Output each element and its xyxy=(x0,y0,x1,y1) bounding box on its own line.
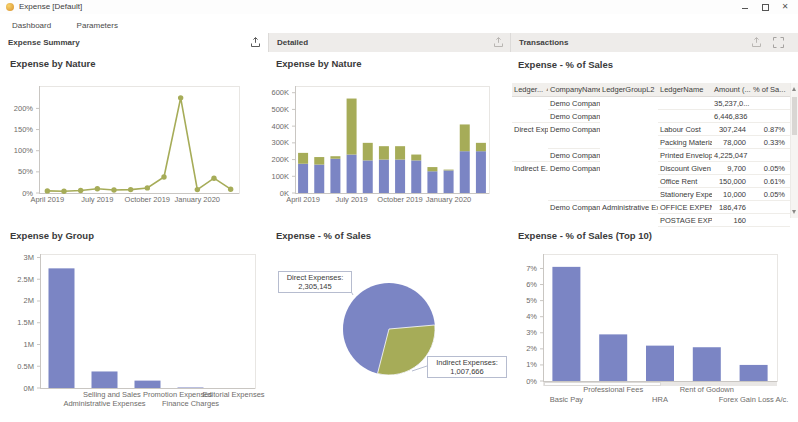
table-row[interactable]: Direct Exp...Demo Compan...Labour Cost30… xyxy=(512,123,790,136)
data-point-4[interactable] xyxy=(111,187,116,192)
data-point-2[interactable] xyxy=(78,188,83,193)
stacked-bar-segment[interactable] xyxy=(460,124,470,151)
y-tick-label: 3M xyxy=(24,253,34,262)
table-row[interactable]: Demo Compan...Administrative Ex...OFFICE… xyxy=(512,201,790,214)
table-cell: Administrative Ex... xyxy=(600,201,658,214)
callout-label: Direct Expenses: xyxy=(282,273,348,282)
stacked-bar-segment[interactable] xyxy=(444,170,454,171)
stacked-bar-segment[interactable] xyxy=(476,143,486,151)
x-category-label: HRA xyxy=(652,395,668,404)
data-point-0[interactable] xyxy=(45,188,50,193)
data-point-1[interactable] xyxy=(61,189,66,194)
stacked-bar-segment[interactable] xyxy=(395,146,405,159)
stacked-bar-segment[interactable] xyxy=(395,160,405,193)
y-tick-label: 5% xyxy=(526,296,537,305)
column-header[interactable]: Ledger...▲ xyxy=(512,83,548,97)
data-point-5[interactable] xyxy=(128,187,133,192)
data-point-9[interactable] xyxy=(195,187,200,192)
bar[interactable] xyxy=(646,346,674,381)
data-point-8[interactable] xyxy=(178,95,183,100)
y-tick-label: 600K xyxy=(271,88,289,97)
bar[interactable] xyxy=(178,387,204,388)
y-tick-label: 4% xyxy=(526,312,537,321)
x-category-label: Finance Charges xyxy=(162,399,219,408)
callout-value: 2,305,145 xyxy=(282,282,348,291)
table-row[interactable]: Packing Material78,0000.33% xyxy=(512,136,790,149)
table-row[interactable]: Demo Compan...Printed Envelopes4,225,047 xyxy=(512,149,790,162)
stacked-bar-segment[interactable] xyxy=(330,159,340,193)
y-tick-label: 2% xyxy=(526,344,537,353)
stacked-bar-segment[interactable] xyxy=(298,153,308,164)
bar[interactable] xyxy=(49,268,75,388)
data-point-3[interactable] xyxy=(95,186,100,191)
column-header[interactable]: % of Sa... xyxy=(751,83,790,97)
table-cell xyxy=(600,136,658,149)
table-row[interactable]: POSTAGE EXPENS...160 xyxy=(512,214,790,227)
expense-pct-of-sales-table[interactable]: Ledger...▲CompanyNameLedgerGroupL2Ledger… xyxy=(512,83,790,227)
table-cell xyxy=(658,110,712,123)
stacked-bar-segment[interactable] xyxy=(411,160,421,193)
column-header[interactable]: CompanyName xyxy=(548,83,600,97)
table-cell xyxy=(600,188,658,201)
table-cell: 10,000 xyxy=(712,188,751,201)
stacked-bar-segment[interactable] xyxy=(427,171,437,193)
table-row[interactable]: Office Rent150,0000.61% xyxy=(512,175,790,188)
table-cell: Direct Exp... xyxy=(512,123,548,136)
table-row[interactable]: Demo Compan...35,237,0... xyxy=(512,97,790,110)
scrollbar-thumb[interactable] xyxy=(544,382,661,386)
table-row[interactable]: Indirect E...Demo Compan...Discount Give… xyxy=(512,162,790,175)
y-tick-label: 3% xyxy=(526,328,537,337)
data-point-10[interactable] xyxy=(211,175,216,180)
x-tick-label: October 2019 xyxy=(377,195,422,204)
plot-area xyxy=(40,87,240,194)
stacked-bar-segment[interactable] xyxy=(330,156,340,159)
stacked-bar-segment[interactable] xyxy=(379,146,389,159)
table-cell xyxy=(658,97,712,110)
stacked-bar-segment[interactable] xyxy=(347,99,357,155)
stacked-bar-segment[interactable] xyxy=(379,160,389,193)
stacked-bar-segment[interactable] xyxy=(427,167,437,171)
x-tick-label: October 2019 xyxy=(125,195,170,204)
stacked-bar-segment[interactable] xyxy=(476,151,486,193)
stacked-bar-segment[interactable] xyxy=(460,151,470,193)
table-cell xyxy=(600,175,658,188)
scroll-up-icon[interactable] xyxy=(792,87,796,91)
top10-horizontal-scrollbar[interactable] xyxy=(543,382,777,386)
stacked-bar-segment[interactable] xyxy=(314,157,324,165)
stacked-bar-segment[interactable] xyxy=(298,164,308,193)
table-cell xyxy=(600,162,658,175)
x-category-label: Selling and Sales Promotion Expenses xyxy=(83,390,212,399)
stacked-bar-segment[interactable] xyxy=(411,155,421,161)
stacked-bar-segment[interactable] xyxy=(444,170,454,193)
scrollbar-thumb[interactable] xyxy=(792,97,797,135)
bar[interactable] xyxy=(135,381,161,388)
x-tick-label: April 2019 xyxy=(286,195,320,204)
data-point-11[interactable] xyxy=(228,186,233,191)
table-row[interactable]: Stationery Expen...10,0000.05% xyxy=(512,188,790,201)
chart-title-expense-by-group: Expense by Group xyxy=(10,230,94,241)
bar[interactable] xyxy=(599,334,627,381)
scroll-down-icon[interactable] xyxy=(792,210,796,214)
stacked-bar-segment[interactable] xyxy=(363,143,373,161)
stacked-bar-segment[interactable] xyxy=(347,155,357,193)
bar[interactable] xyxy=(693,347,721,381)
bar[interactable] xyxy=(92,371,118,388)
pie-callout-direct-expenses: Direct Expenses: 2,305,145 xyxy=(278,271,352,293)
table-vertical-scrollbar[interactable] xyxy=(790,83,798,218)
y-tick-label: 7% xyxy=(526,264,537,273)
bar[interactable] xyxy=(740,365,768,381)
column-header[interactable]: LedgerName xyxy=(658,83,712,97)
table-row[interactable]: Demo Compan...6,446,836 xyxy=(512,110,790,123)
chart-title-expense-by-nature-stacked: Expense by Nature xyxy=(276,58,362,69)
data-point-7[interactable] xyxy=(161,174,166,179)
data-point-6[interactable] xyxy=(145,185,150,190)
table-cell xyxy=(751,201,790,214)
column-header[interactable]: LedgerGroupL2 xyxy=(600,83,658,97)
table-cell xyxy=(548,188,600,201)
stacked-bar-segment[interactable] xyxy=(363,160,373,193)
table-cell: Demo Compan... xyxy=(548,110,600,123)
bar[interactable] xyxy=(552,267,580,381)
column-header[interactable]: Amount (... xyxy=(712,83,751,97)
stacked-bar-segment[interactable] xyxy=(314,165,324,193)
app-window: Expense [Default] ✕ Dashboard Parameters… xyxy=(0,0,798,422)
